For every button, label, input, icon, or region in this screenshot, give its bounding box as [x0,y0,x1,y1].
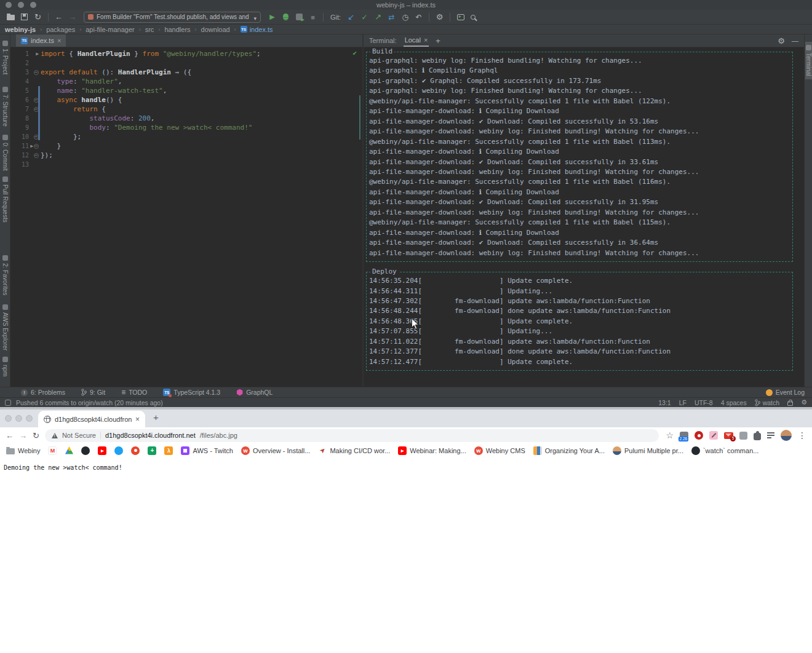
bookmark-item[interactable]: Overview - Install... [241,446,311,455]
event-log-button[interactable]: Event Log [766,389,805,396]
line-separator[interactable]: LF [679,399,687,406]
sync-icon[interactable] [33,12,42,22]
lock-icon[interactable] [787,402,793,406]
git-branch-widget[interactable]: watch [755,399,779,406]
bookmark-item[interactable] [148,446,156,455]
run-button[interactable] [268,12,277,22]
browser-tab[interactable]: d1hgd8csopkt4i.cloudfront.ne [38,411,145,427]
ide-titlebar[interactable]: webiny-js – index.ts [0,0,812,10]
back-icon[interactable] [54,12,63,22]
bookmark-item[interactable] [164,446,173,455]
breadcrumb-item[interactable]: packages [46,26,75,33]
adblock-icon[interactable] [695,431,703,440]
file-encoding[interactable]: UTF-8 [695,399,713,406]
breadcrumb-item[interactable]: handlers [164,26,190,33]
zoom-window-button[interactable] [26,415,33,422]
breadcrumb-item[interactable]: src [145,26,154,33]
terminal-tab-local[interactable]: Local [404,34,429,47]
gutter-run-icon[interactable]: ▶ [36,52,39,57]
gear-icon[interactable] [778,36,785,46]
bookmark-folder-webiny[interactable]: Webiny [6,447,40,454]
zoom-window-button[interactable] [30,2,36,8]
profile-avatar[interactable] [781,430,792,441]
git-update-icon[interactable] [346,12,356,22]
close-tab-icon[interactable] [424,36,428,44]
colorpicker-icon[interactable] [709,431,718,440]
git-push-icon[interactable] [373,12,383,22]
tool-button-project[interactable]: 1: Project [2,38,9,77]
tool-button-npm[interactable]: npm [2,354,9,379]
tool-button-commit[interactable]: 0: Commit [2,132,9,174]
save-all-icon[interactable] [21,14,28,20]
tool-windows-icon[interactable] [5,400,11,406]
tool-button-problems[interactable]: 6: Problems [21,389,65,396]
fold-icon[interactable]: − [34,144,39,149]
tool-button-favorites[interactable]: 2: Favorites [2,252,9,298]
breadcrumb-item[interactable]: webiny-js [5,26,36,33]
bookmark-star-icon[interactable] [666,430,674,440]
close-window-button[interactable] [6,2,12,8]
terminal-output[interactable]: Build api-graphql: webiny log: Finished … [364,47,804,387]
run-anything-icon[interactable] [457,14,464,20]
gutter-run-icon[interactable]: ▶ [30,144,33,149]
tool-button-graphql[interactable]: GraphQL [236,389,273,396]
bookmark-item[interactable] [65,446,73,455]
tool-button-typescript[interactable]: TypeScript 4.1.3 [163,389,220,396]
bookmark-item[interactable]: AWS - Twitch [181,446,233,455]
mail-icon[interactable]: 5 [724,432,733,439]
minimize-window-button[interactable] [18,2,24,8]
search-icon[interactable] [471,15,476,20]
bookmark-item[interactable] [131,446,140,455]
indent-setting[interactable]: 4 spaces [721,399,747,406]
not-secure-icon[interactable] [52,433,58,438]
tool-button-structure[interactable]: 7: Structure [2,84,9,130]
git-fetch-icon[interactable] [387,12,396,22]
tool-button-aws-explorer[interactable]: AWS Explorer [2,301,9,354]
breadcrumb-item[interactable]: download [201,26,230,33]
caret-position[interactable]: 13:1 [658,399,671,406]
extension-scale-icon[interactable]: 2.26 [680,432,688,440]
menu-kebab-icon[interactable] [798,430,806,440]
bookmark-item[interactable]: Pulumi Multiple pr... [613,446,683,455]
minimize-window-button[interactable] [15,415,22,422]
new-terminal-button[interactable]: + [436,36,440,46]
bookmark-item[interactable] [48,446,57,455]
tool-button-git[interactable]: 9: Git [81,389,105,396]
hide-panel-icon[interactable] [792,37,798,44]
tool-button-todo[interactable]: TODO [121,388,147,397]
tab-index-ts[interactable]: index.ts [16,34,66,47]
bookmark-item[interactable]: Webinar: Making... [398,446,466,455]
new-tab-button[interactable]: + [153,412,159,422]
inspections-level-icon[interactable] [801,398,807,406]
address-bar[interactable]: Not Secure d1hgd8csopkt4i.cloudfront.net… [45,429,659,442]
extensions-puzzle-icon[interactable] [754,433,761,440]
bookmark-item[interactable]: Webiny CMS [474,446,525,455]
close-window-button[interactable] [5,415,12,422]
rollback-icon[interactable] [414,12,423,22]
fold-icon[interactable]: − [34,153,39,158]
reload-icon[interactable]: ↻ [33,431,39,440]
open-icon[interactable] [7,15,15,20]
code-editor[interactable]: 1▶import { HandlerPlugin } from "@webiny… [10,47,362,387]
close-tab-icon[interactable] [135,415,140,424]
git-commit-icon[interactable] [360,12,369,22]
history-icon[interactable] [400,12,410,22]
bookmark-item[interactable] [114,446,123,455]
tool-button-terminal[interactable]: Terminal [805,42,812,79]
close-tab-icon[interactable] [57,37,61,44]
debug-icon[interactable] [283,14,289,20]
inspections-ok-icon[interactable] [352,49,357,57]
back-icon[interactable]: ← [6,431,14,440]
bookmark-item[interactable]: Organizing Your A... [533,446,605,455]
run-config-select[interactable]: Form Builder "Form" Test.should publish,… [84,12,261,23]
fold-icon[interactable]: − [34,70,39,75]
extension-misc-icon[interactable] [739,432,747,440]
bookmark-item[interactable] [98,446,106,455]
settings-wrench-icon[interactable] [435,12,444,22]
bookmark-item[interactable] [81,446,90,455]
playlist-icon[interactable] [767,432,774,438]
bookmark-item[interactable]: Making CI/CD wor... [318,446,390,455]
breadcrumb-item[interactable]: index.ts [241,26,273,33]
bookmark-item[interactable]: `watch` comman... [691,446,758,455]
forward-icon[interactable]: → [19,431,27,440]
